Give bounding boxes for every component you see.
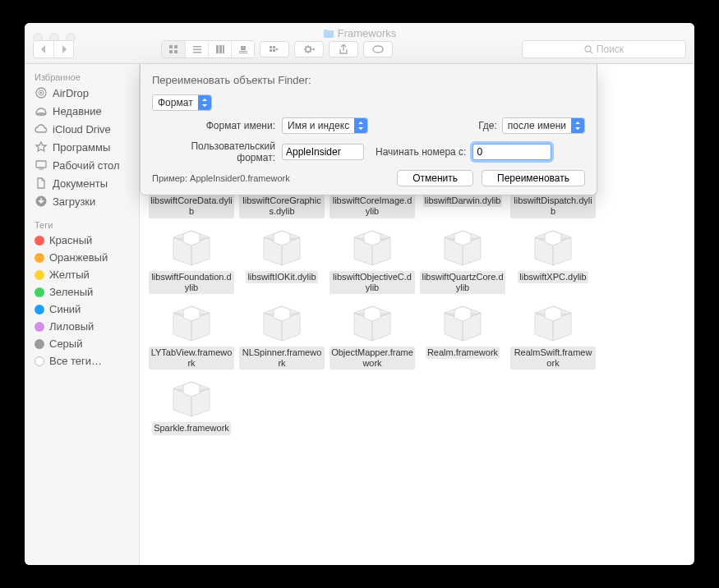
file-item[interactable]: NLSpinner.framework [238,301,325,370]
sidebar-tag-item[interactable]: Оранжевый [25,249,139,266]
mode-select[interactable]: Формат [152,94,212,111]
file-item[interactable]: Sparkle.framework [148,376,235,434]
sidebar-item-recents[interactable]: Недавние [25,102,139,120]
file-item[interactable]: ObjectMapper.framework [329,301,416,370]
svg-point-18 [585,46,591,52]
tags-button[interactable] [363,41,393,57]
framework-icon [436,301,489,347]
action-button[interactable] [294,41,324,57]
sidebar-tag-item[interactable]: Красный [25,232,139,249]
sidebar-tag-item[interactable]: Лиловый [25,318,139,335]
svg-rect-13 [270,46,272,48]
file-label: libswiftCoreGraphics.dylib [239,195,325,218]
file-item[interactable]: Realm.framework [419,301,506,370]
file-item[interactable]: libswiftQuartzCore.dylib [419,225,506,294]
sidebar-tag-item[interactable]: Синий [25,301,139,318]
tag-label: Синий [49,303,81,315]
view-list-icon[interactable] [185,41,208,57]
rename-button[interactable]: Переименовать [482,170,585,186]
tag-dot-icon [35,236,44,246]
back-button[interactable] [34,41,53,57]
framework-icon [346,225,399,271]
downloads-icon [35,195,48,208]
favorites-header: Избранное [25,69,139,84]
tag-label: Зеленый [49,286,93,298]
svg-rect-24 [36,161,46,168]
view-columns-icon[interactable] [208,41,231,57]
tag-all-icon [35,356,44,366]
desktop-icon [35,158,48,172]
file-label: NLSpinner.framework [239,347,325,370]
file-item[interactable]: LYTabView.framework [148,301,235,370]
cancel-button[interactable]: Отменить [397,170,473,186]
window-title: Frameworks [25,27,694,39]
framework-icon [256,225,308,271]
framework-icon [346,301,399,347]
file-item[interactable]: libswiftIOKit.dylib [238,225,325,294]
search-field[interactable]: Поиск [522,40,686,58]
svg-rect-0 [169,45,173,48]
name-format-select[interactable]: Имя и индекс [282,117,368,134]
start-from-input[interactable] [472,144,551,160]
where-label: Где: [478,120,497,131]
share-button[interactable] [329,41,358,57]
tag-label: Оранжевый [49,251,108,264]
titlebar: Frameworks Поиск [25,23,694,64]
sidebar: Избранное AirDrop Недавние iCloud Drive … [25,64,140,565]
file-label: libswiftFoundation.dylib [149,271,234,294]
where-select[interactable]: после имени [502,117,585,134]
tag-dot-icon [35,270,44,280]
svg-rect-6 [193,52,201,53]
example-text: Пример: AppleInsider0.framework [152,173,290,183]
svg-rect-12 [239,53,247,53]
svg-rect-10 [241,46,246,50]
framework-icon [436,225,489,271]
sidebar-item-applications[interactable]: Программы [25,138,139,156]
file-item[interactable]: RealmSwift.framework [509,301,597,370]
view-icon-grid[interactable] [162,41,185,57]
view-coverflow-icon[interactable] [231,41,254,57]
svg-rect-7 [216,45,219,53]
recents-icon [35,104,48,117]
applications-icon [35,140,48,154]
sidebar-item-documents[interactable]: Документы [25,174,139,192]
file-item[interactable]: libswiftFoundation.dylib [148,225,235,294]
arrange-button[interactable] [260,41,289,57]
framework-icon [165,376,218,422]
file-label: RealmSwift.framework [510,347,596,370]
sidebar-item-icloud[interactable]: iCloud Drive [25,120,139,138]
svg-rect-8 [219,45,222,53]
file-label: Realm.framework [426,347,500,359]
svg-rect-14 [273,46,275,48]
search-icon [584,45,593,54]
file-item[interactable]: libswiftObjectiveC.dylib [329,225,416,294]
nav-buttons [33,40,74,58]
file-label: libswiftIOKit.dylib [246,271,317,283]
finder-window: Frameworks Поиск Из [25,23,694,565]
tags-header: Теги [25,217,139,232]
sidebar-item-all-tags[interactable]: Все теги… [25,352,139,370]
cloud-icon [35,122,48,136]
svg-rect-16 [273,49,275,52]
file-label: libswiftQuartzCore.dylib [420,271,505,294]
sidebar-tag-item[interactable]: Желтый [25,266,139,283]
folder-icon [323,29,334,39]
file-item[interactable]: libswiftXPC.dylib [509,225,597,294]
tag-label: Серый [49,338,82,350]
framework-icon [256,301,308,347]
user-format-input[interactable] [282,144,364,160]
sidebar-tag-item[interactable]: Зеленый [25,283,139,301]
sidebar-item-downloads[interactable]: Загрузки [25,192,139,210]
framework-icon [165,301,218,347]
sidebar-item-desktop[interactable]: Рабочий стол [25,156,139,174]
framework-icon [527,225,579,271]
file-label: libswiftCoreImage.dylib [330,195,415,218]
tag-label: Желтый [49,269,90,281]
tag-label: Красный [49,234,92,246]
svg-rect-15 [270,49,272,52]
tag-dot-icon [35,322,44,332]
sidebar-tag-item[interactable]: Серый [25,335,139,352]
file-label: libswiftCoreData.dylib [149,195,234,218]
forward-button[interactable] [53,41,73,57]
sidebar-item-airdrop[interactable]: AirDrop [25,84,139,102]
